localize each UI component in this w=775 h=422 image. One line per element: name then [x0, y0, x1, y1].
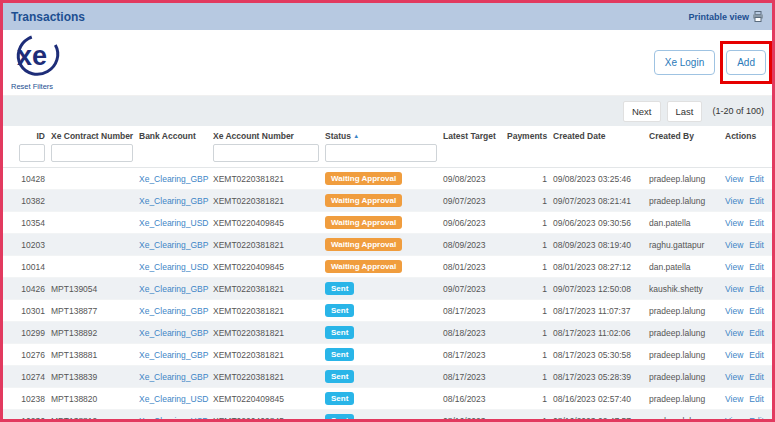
cell-id: 10238 — [3, 388, 48, 410]
cell-contract-number — [48, 234, 136, 256]
cell-payments: 1 — [504, 190, 550, 212]
status-filter-input[interactable] — [325, 144, 437, 162]
cell-actions: ViewEdit — [722, 234, 772, 256]
edit-link[interactable]: Edit — [749, 196, 764, 206]
bank-account-link[interactable]: Xe_Clearing_GBP — [136, 168, 210, 190]
bank-account-link[interactable]: Xe_Clearing_GBP — [136, 344, 210, 366]
edit-link[interactable]: Edit — [749, 372, 764, 382]
status-badge: Waiting Approval — [325, 194, 402, 207]
view-link[interactable]: View — [725, 328, 743, 338]
page-title: Transactions — [11, 10, 85, 24]
cell-actions: ViewEdit — [722, 322, 772, 344]
column-header-latest-target[interactable]: Latest Target — [440, 126, 504, 143]
table-row: 10301 MPT138877 Xe_Clearing_GBP XEMT0220… — [3, 300, 772, 322]
column-header-account[interactable]: Xe Account Number — [210, 126, 322, 143]
cell-created-by: pradeep.lalung — [646, 168, 722, 190]
edit-link[interactable]: Edit — [749, 306, 764, 316]
cell-created-date: 09/07/2023 12:50:08 — [550, 278, 646, 300]
column-header-status[interactable]: Status ▲ — [322, 126, 440, 143]
table-row: 10299 MPT138892 Xe_Clearing_GBP XEMT0220… — [3, 322, 772, 344]
next-page-button[interactable]: Next — [623, 101, 661, 122]
pagination-range: (1-20 of 100) — [712, 106, 764, 116]
cell-created-date: 08/17/2023 05:30:58 — [550, 344, 646, 366]
edit-link[interactable]: Edit — [749, 262, 764, 272]
reset-filters-link[interactable]: Reset Filters — [11, 82, 53, 91]
view-link[interactable]: View — [725, 394, 743, 404]
cell-created-date: 09/06/2023 09:30:56 — [550, 212, 646, 234]
printable-view-link[interactable]: Printable view — [688, 11, 764, 22]
cell-account-number: XEMT0220381821 — [210, 168, 322, 190]
edit-link[interactable]: Edit — [749, 240, 764, 250]
column-header-bank[interactable]: Bank Account — [136, 126, 210, 143]
cell-contract-number — [48, 168, 136, 190]
bank-account-link[interactable]: Xe_Clearing_GBP — [136, 300, 210, 322]
edit-link[interactable]: Edit — [749, 394, 764, 404]
sort-ascending-icon[interactable]: ▲ — [353, 133, 359, 139]
bank-account-link[interactable]: Xe_Clearing_USD — [136, 388, 210, 410]
view-link[interactable]: View — [725, 416, 743, 422]
edit-link[interactable]: Edit — [749, 284, 764, 294]
view-link[interactable]: View — [725, 350, 743, 360]
bank-account-link[interactable]: Xe_Clearing_USD — [136, 410, 210, 422]
bank-account-link[interactable]: Xe_Clearing_USD — [136, 212, 210, 234]
cell-actions: ViewEdit — [722, 344, 772, 366]
bank-account-link[interactable]: Xe_Clearing_GBP — [136, 234, 210, 256]
column-header-created-by[interactable]: Created By — [646, 126, 722, 143]
cell-status: Waiting Approval — [322, 234, 440, 256]
column-header-payments[interactable]: Payments — [504, 126, 550, 143]
cell-created-by: pradeep.lalung — [646, 388, 722, 410]
cell-latest-target: 09/06/2023 — [440, 212, 504, 234]
view-link[interactable]: View — [725, 372, 743, 382]
edit-link[interactable]: Edit — [749, 218, 764, 228]
column-header-contract[interactable]: Xe Contract Number — [48, 126, 136, 143]
status-badge: Sent — [325, 326, 354, 339]
add-button[interactable]: Add — [726, 50, 766, 75]
view-link[interactable]: View — [725, 174, 743, 184]
view-link[interactable]: View — [725, 306, 743, 316]
contract-filter-input[interactable] — [51, 144, 133, 162]
bank-account-link[interactable]: Xe_Clearing_GBP — [136, 278, 210, 300]
view-link[interactable]: View — [725, 284, 743, 294]
cell-payments: 1 — [504, 168, 550, 190]
table-row: 10238 MPT138820 Xe_Clearing_USD XEMT0220… — [3, 388, 772, 410]
cell-created-date: 08/17/2023 11:02:06 — [550, 322, 646, 344]
cell-account-number: XEMT0220409845 — [210, 410, 322, 422]
status-badge: Sent — [325, 348, 354, 361]
status-badge: Waiting Approval — [325, 216, 402, 229]
xe-login-button[interactable]: Xe Login — [654, 50, 715, 75]
column-header-id[interactable]: ID — [3, 126, 48, 143]
cell-account-number: XEMT0220381821 — [210, 278, 322, 300]
transactions-table: ID Xe Contract Number Bank Account Xe Ac… — [3, 126, 772, 422]
cell-payments: 1 — [504, 322, 550, 344]
status-badge: Sent — [325, 304, 354, 317]
bank-account-link[interactable]: Xe_Clearing_USD — [136, 256, 210, 278]
id-filter-input[interactable] — [19, 144, 45, 162]
cell-created-by: pradeep.lalung — [646, 366, 722, 388]
edit-link[interactable]: Edit — [749, 416, 764, 422]
cell-contract-number — [48, 256, 136, 278]
cell-created-date: 08/09/2023 08:19:40 — [550, 234, 646, 256]
cell-status: Sent — [322, 410, 440, 422]
view-link[interactable]: View — [725, 218, 743, 228]
table-header-row: ID Xe Contract Number Bank Account Xe Ac… — [3, 126, 772, 143]
view-link[interactable]: View — [725, 240, 743, 250]
edit-link[interactable]: Edit — [749, 328, 764, 338]
cell-payments: 1 — [504, 300, 550, 322]
cell-contract-number: MPT138877 — [48, 300, 136, 322]
account-filter-input[interactable] — [213, 144, 319, 162]
last-page-button[interactable]: Last — [667, 101, 703, 122]
printer-icon — [752, 11, 764, 22]
edit-link[interactable]: Edit — [749, 350, 764, 360]
edit-link[interactable]: Edit — [749, 174, 764, 184]
column-header-created-date[interactable]: Created Date — [550, 126, 646, 143]
cell-latest-target: 08/17/2023 — [440, 366, 504, 388]
cell-payments: 1 — [504, 234, 550, 256]
table-row: 10274 MPT138839 Xe_Clearing_GBP XEMT0220… — [3, 366, 772, 388]
bank-account-link[interactable]: Xe_Clearing_GBP — [136, 366, 210, 388]
cell-latest-target: 09/07/2023 — [440, 278, 504, 300]
cell-created-by: pradeep.lalung — [646, 322, 722, 344]
bank-account-link[interactable]: Xe_Clearing_GBP — [136, 190, 210, 212]
bank-account-link[interactable]: Xe_Clearing_GBP — [136, 322, 210, 344]
view-link[interactable]: View — [725, 196, 743, 206]
view-link[interactable]: View — [725, 262, 743, 272]
